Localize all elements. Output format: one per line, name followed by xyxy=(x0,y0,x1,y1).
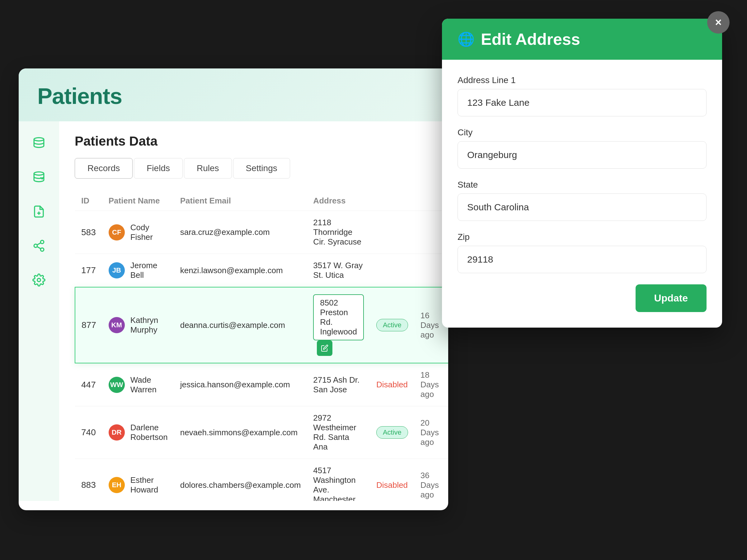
tab-fields[interactable]: Fields xyxy=(134,158,183,179)
cell-status: Active xyxy=(370,287,414,363)
address-edit-button[interactable] xyxy=(317,340,332,356)
status-badge: Active xyxy=(376,319,408,331)
patients-table: ID Patient Name Patient Email Address 58… xyxy=(75,191,448,501)
avatar: WW xyxy=(109,377,125,393)
patient-name: Darlene Robertson xyxy=(130,423,168,442)
cell-email: jessica.hanson@example.com xyxy=(174,363,307,406)
cell-email: kenzi.lawson@example.com xyxy=(174,254,307,288)
cell-status xyxy=(370,254,414,288)
sidebar-item-share[interactable] xyxy=(30,236,48,255)
patient-name: Esther Howard xyxy=(130,475,168,495)
svg-point-5 xyxy=(34,244,37,248)
cell-address: 2715 Ash Dr. San Jose xyxy=(307,363,370,406)
sidebar-item-database[interactable] xyxy=(30,134,48,153)
modal-body: Address Line 1 City State Zip Update xyxy=(442,60,722,328)
cell-status: Active xyxy=(370,406,414,459)
globe-icon: 🌐 xyxy=(458,31,475,47)
zip-input[interactable] xyxy=(458,246,706,273)
cell-name: KMKathryn Murphy xyxy=(102,287,174,363)
col-address: Address xyxy=(307,191,370,211)
cell-address: 2972 Westheimer Rd. Santa Ana xyxy=(307,406,370,459)
cell-name: WWWade Warren xyxy=(102,363,174,406)
col-email: Patient Email xyxy=(174,191,307,211)
city-group: City xyxy=(458,128,706,169)
sidebar xyxy=(19,121,59,501)
cell-email: sara.cruz@example.com xyxy=(174,211,307,254)
table-row: 177JBJerome Bellkenzi.lawson@example.com… xyxy=(75,254,448,288)
city-input[interactable] xyxy=(458,141,706,169)
svg-point-6 xyxy=(41,248,44,251)
modal-title: Edit Address xyxy=(481,30,580,49)
cell-status: Disabled xyxy=(370,459,414,501)
cell-status: Disabled xyxy=(370,363,414,406)
cell-email: dolores.chambers@example.com xyxy=(174,459,307,501)
cell-email: nevaeh.simmons@example.com xyxy=(174,406,307,459)
cell-address: 8502 Preston Rd. Inglewood xyxy=(307,287,370,363)
cell-name: CFCody Fisher xyxy=(102,211,174,254)
cell-id: 583 xyxy=(75,211,102,254)
patient-name: Wade Warren xyxy=(130,375,168,395)
status-badge: Disabled xyxy=(376,380,408,389)
cell-id: 883 xyxy=(75,459,102,501)
patients-body: Patients Data Records Fields Rules Setti… xyxy=(19,121,448,501)
cell-id: 877 xyxy=(75,287,102,363)
city-label: City xyxy=(458,128,706,137)
table-header-row: ID Patient Name Patient Email Address xyxy=(75,191,448,211)
cell-id: 447 xyxy=(75,363,102,406)
col-id: ID xyxy=(75,191,102,211)
patients-table-container: ID Patient Name Patient Email Address 58… xyxy=(75,191,433,501)
patient-name: Cody Fisher xyxy=(130,223,168,242)
address-line1-input[interactable] xyxy=(458,89,706,116)
tabs-bar: Records Fields Rules Settings xyxy=(75,158,433,179)
svg-line-7 xyxy=(37,247,41,249)
svg-line-8 xyxy=(37,243,41,245)
svg-point-9 xyxy=(37,278,41,282)
svg-point-1 xyxy=(34,172,44,176)
modal-close-button[interactable]: × xyxy=(707,11,729,34)
cell-id: 177 xyxy=(75,254,102,288)
sidebar-item-sync[interactable] xyxy=(30,168,48,187)
col-status xyxy=(370,191,414,211)
section-title: Patients Data xyxy=(75,134,433,149)
cell-name: EHEsther Howard xyxy=(102,459,174,501)
zip-label: Zip xyxy=(458,232,706,242)
main-content: Patients Data Records Fields Rules Setti… xyxy=(59,121,448,501)
edit-address-modal: × 🌐 Edit Address Address Line 1 City Sta… xyxy=(442,19,722,328)
cell-id: 740 xyxy=(75,406,102,459)
cell-email: deanna.curtis@example.com xyxy=(174,287,307,363)
address-highlighted: 8502 Preston Rd. Inglewood xyxy=(313,294,364,340)
table-row: 583CFCody Fishersara.cruz@example.com211… xyxy=(75,211,448,254)
patient-name: Kathryn Murphy xyxy=(130,316,168,335)
state-input[interactable] xyxy=(458,193,706,221)
address-line1-group: Address Line 1 xyxy=(458,75,706,116)
avatar: CF xyxy=(109,224,125,240)
table-row: 740DRDarlene Robertsonnevaeh.simmons@exa… xyxy=(75,406,448,459)
zip-group: Zip xyxy=(458,232,706,273)
cell-address: 3517 W. Gray St. Utica xyxy=(307,254,370,288)
patients-title: Patients xyxy=(37,83,430,109)
col-name: Patient Name xyxy=(102,191,174,211)
cell-name: DRDarlene Robertson xyxy=(102,406,174,459)
sidebar-item-add[interactable] xyxy=(30,202,48,221)
cell-status xyxy=(370,211,414,254)
avatar: EH xyxy=(109,477,125,493)
table-row: 447WWWade Warrenjessica.hanson@example.c… xyxy=(75,363,448,406)
patients-panel: Patients xyxy=(19,69,448,510)
cell-address: 2118 Thornridge Cir. Syracuse xyxy=(307,211,370,254)
sidebar-item-settings[interactable] xyxy=(30,271,48,289)
cell-last-update: 20 Days ago xyxy=(414,406,448,459)
tab-rules[interactable]: Rules xyxy=(184,158,232,179)
table-row: 883EHEsther Howarddolores.chambers@examp… xyxy=(75,459,448,501)
modal-header: 🌐 Edit Address xyxy=(442,19,722,60)
tab-settings[interactable]: Settings xyxy=(233,158,290,179)
avatar: KM xyxy=(109,317,125,333)
status-badge: Disabled xyxy=(376,480,408,490)
state-label: State xyxy=(458,180,706,190)
tab-records[interactable]: Records xyxy=(75,158,133,179)
state-group: State xyxy=(458,180,706,221)
table-body: 583CFCody Fishersara.cruz@example.com211… xyxy=(75,211,448,501)
update-button[interactable]: Update xyxy=(636,284,706,312)
avatar: DR xyxy=(109,424,125,441)
patients-header: Patients xyxy=(19,69,448,121)
patient-name: Jerome Bell xyxy=(130,261,168,280)
